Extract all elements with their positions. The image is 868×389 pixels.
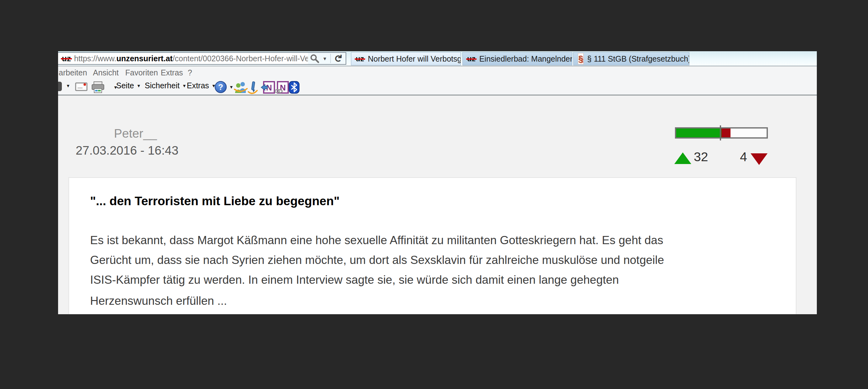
refresh-icon[interactable]: ↻ [333,54,343,63]
rating-bar-tick [720,126,721,140]
read-mail-icon[interactable] [75,81,88,92]
comment-author-link[interactable]: Peter__ [114,127,157,140]
onenote-linked-notes-icon[interactable]: N [274,81,289,94]
sicherheit-label: Sicherheit [145,81,180,90]
menu-item-ansicht[interactable]: Ansicht [93,68,119,77]
rating-bar [675,127,768,139]
address-bar[interactable]: uz https://www.unzensuriert.at/content/0… [58,52,346,65]
tab-favicon-uz-icon: uz [356,55,364,62]
tab-norbert-hofer[interactable]: uz Norbert Hofer will Verbotsg... ✕ [351,52,461,65]
menu-item-extras[interactable]: Extras [161,68,183,77]
downvote-arrow-icon[interactable] [751,153,768,165]
tab-einsiedlerbad[interactable]: uz Einsiedlerbad: Mangelnder De... [462,52,572,65]
comment-body-line: ISIS-Kämpfer tätig zu werden. In einem I… [90,273,619,286]
downvote-count: 4 [740,149,747,164]
comment-body-line: Gerücht um, dass sie nach Syrien ziehen … [90,254,664,267]
address-dropdown-icon[interactable]: ▼ [322,56,327,61]
messenger-icon[interactable] [234,81,248,94]
url-domain: unzensuriert.at [117,54,173,63]
menu-item-bearbeiten[interactable]: arbeiten [59,68,87,77]
send-to-onenote-icon[interactable]: N [260,81,275,94]
menu-item-hilfe[interactable]: ? [188,68,192,77]
extras-menu-button[interactable]: Extras ▼ [187,81,216,90]
help-dropdown-icon: ▼ [229,85,234,89]
sicherheit-menu-button[interactable]: Sicherheit ▼ [145,81,186,90]
print-button[interactable]: ▼ [91,81,118,94]
rating-bar-red-segment [721,129,731,137]
onenote-pen-icon[interactable] [247,81,259,94]
tab-title: § 111 StGB (Strafgesetzbuch), Ü... [587,54,689,63]
clipped-home-icon[interactable] [58,82,62,91]
search-icon[interactable] [310,54,319,63]
dropdown-arrow-icon: ▼ [136,84,141,88]
url-prefix: https://www. [74,54,117,63]
address-bar-tools: ▼ ↻ [308,53,346,64]
help-icon: ? [215,81,227,93]
favicon-strike-line [61,58,72,59]
svg-text:N: N [280,83,286,92]
favicon-strike-line [355,58,365,60]
help-question-mark: ? [218,82,223,92]
extras-label: Extras [187,81,209,90]
home-dropdown-icon[interactable]: ▼ [66,84,70,88]
comment-box: "... den Terroristen mit Liebe zu begegn… [68,177,797,314]
dropdown-arrow-icon: ▼ [182,84,186,88]
menu-bar: arbeiten Ansicht Favoriten Extras ? [58,67,817,79]
help-button[interactable]: ? ▼ [215,81,234,93]
bluetooth-icon[interactable] [288,81,301,94]
tab-favicon-paragraph-icon: § [578,53,584,64]
upvote-arrow-icon[interactable] [674,152,691,164]
url-input[interactable]: https://www.unzensuriert.at/content/0020… [74,54,308,63]
screenshot-canvas: { "glyphs": { "dropdown": "▼", "close": … [0,0,868,389]
tab-title: Norbert Hofer will Verbotsg... [368,54,461,63]
comment-body-line: Es ist bekannt, dass Margot Käßmann eine… [90,234,663,247]
favicon-strike-line [466,58,476,60]
rating-bar-green-segment [676,129,721,137]
url-path: /content/0020366-Norbert-Hofer-will-Verb… [173,54,308,63]
site-favicon: uz [62,54,71,62]
upvote-count: 32 [694,149,708,164]
dropdown-arrow-icon: ▼ [66,84,70,88]
comment-timestamp: 27.03.2016 - 16:43 [76,144,178,158]
address-bar-divider [330,54,331,63]
browser-window: uz https://www.unzensuriert.at/content/0… [58,51,817,314]
webpage-content: Peter__ 27.03.2016 - 16:43 32 4 "... den… [58,95,817,314]
seite-menu-button[interactable]: Seite ▼ [116,81,141,90]
tab-stgb[interactable]: § § 111 StGB (Strafgesetzbuch), Ü... [573,52,689,65]
tab-favicon-uz-icon: uz [467,55,475,62]
tab-title: Einsiedlerbad: Mangelnder De... [479,54,572,63]
comment-title: "... den Terroristen mit Liebe zu begegn… [90,194,340,208]
browser-top-band: uz https://www.unzensuriert.at/content/0… [58,51,817,66]
menu-item-favoriten[interactable]: Favoriten [125,68,158,77]
comment-body-line: Herzenswunsch erfüllen ... [90,295,227,308]
seite-label: Seite [116,81,134,90]
command-bar: ▼ ▼ Seite ▼ Sicherheit ▼ Extras ▼ ? ▼ [58,79,817,95]
